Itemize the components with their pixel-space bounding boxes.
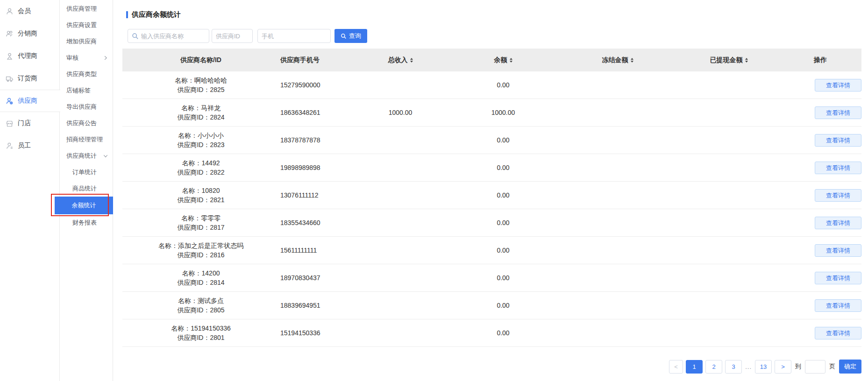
- column-header-7: 操作: [779, 56, 861, 64]
- next-page-button[interactable]: >: [775, 360, 791, 374]
- page-button-2[interactable]: 2: [705, 360, 722, 374]
- id-prefix: 供应商ID：: [177, 141, 210, 148]
- menu-item-label: 店铺标签: [66, 87, 91, 94]
- supplier-id-input[interactable]: [212, 33, 252, 40]
- sidebar-item-label: 供应商: [18, 97, 37, 105]
- menu-item-9[interactable]: 供应商统计: [60, 148, 113, 164]
- previous-page-button[interactable]: <: [669, 360, 683, 374]
- view-detail-button[interactable]: 查看详情: [815, 134, 861, 147]
- menu-item-3[interactable]: 审核: [60, 49, 113, 66]
- supplier-name-id-cell: 名称：14492供应商ID：2822: [122, 158, 279, 177]
- supplier-name-id-cell: 名称：啊哈哈哈哈供应商ID：2825: [122, 76, 279, 94]
- column-header-3[interactable]: 总收入: [351, 56, 449, 64]
- table-row: 名称：测试多点供应商ID：2805188396949510.00查看详情: [122, 292, 861, 319]
- supplier-name-line: 名称：14200: [122, 268, 279, 278]
- name-prefix: 名称：: [158, 242, 178, 249]
- column-header-label: 余额: [494, 56, 507, 64]
- supplier-name-id-cell: 名称：14200供应商ID：2814: [122, 268, 279, 287]
- sidebar-item-staff[interactable]: 员工: [0, 134, 59, 157]
- supplier-name: 14200: [202, 269, 220, 277]
- sidebar-item-member[interactable]: 会员: [0, 0, 59, 22]
- menu-item-0[interactable]: 供应商管理: [60, 0, 113, 17]
- supplier-id: 2805: [210, 306, 224, 314]
- menu-item-6[interactable]: 导出供应商: [60, 99, 113, 115]
- sidebar-item-supplier[interactable]: 供应商: [0, 90, 60, 112]
- name-prefix: 名称：: [175, 77, 194, 84]
- sort-icon[interactable]: [510, 58, 512, 63]
- menu-item-4[interactable]: 供应商类型: [60, 66, 113, 82]
- supplier-name-input[interactable]: [139, 33, 209, 40]
- supplier-id-line: 供应商ID：2824: [122, 113, 279, 122]
- sidebar-item-label: 代理商: [18, 52, 37, 60]
- menu-item-8[interactable]: 招商经理管理: [60, 131, 113, 148]
- action-cell: 查看详情: [779, 134, 861, 147]
- menu-item-10[interactable]: 订单统计: [60, 164, 113, 180]
- menu-item-11[interactable]: 商品统计: [60, 180, 113, 197]
- supplier-id-line: 供应商ID：2823: [122, 140, 279, 149]
- sort-icon[interactable]: [745, 58, 748, 63]
- view-detail-button[interactable]: 查看详情: [815, 106, 861, 119]
- table-row: 名称：啊哈哈哈哈供应商ID：2825152795900000.00查看详情: [122, 71, 861, 99]
- supplier-id-line: 供应商ID：2816: [122, 250, 279, 260]
- column-header-5[interactable]: 冻结金额: [557, 56, 678, 64]
- column-header-1: 供应商名称/ID: [122, 56, 279, 64]
- page-button-last[interactable]: 13: [755, 360, 772, 374]
- query-button-label: 查询: [349, 32, 361, 40]
- sidebar-item-distributor[interactable]: 分销商: [0, 22, 59, 45]
- view-detail-button[interactable]: 查看详情: [815, 79, 861, 92]
- page-button-1[interactable]: 1: [686, 360, 703, 374]
- supplier-name: 小小小小: [198, 132, 224, 139]
- name-prefix: 名称：: [182, 269, 202, 277]
- sidebar-item-agent[interactable]: 代理商: [0, 45, 59, 67]
- menu-item-12[interactable]: 余额统计: [55, 197, 113, 214]
- column-header-label: 供应商手机号: [280, 56, 320, 64]
- confirm-page-button[interactable]: 确定: [839, 360, 861, 374]
- sidebar-item-store[interactable]: 门店: [0, 112, 59, 134]
- supplier-phone-cell: 18355434660: [279, 219, 351, 226]
- column-header-4[interactable]: 余额: [449, 56, 557, 64]
- page-button-3[interactable]: 3: [725, 360, 742, 374]
- column-header-6[interactable]: 已提现金额: [678, 56, 779, 64]
- pager-buttons: <123...13>: [669, 360, 791, 374]
- balance-cell: 0.00: [449, 274, 557, 282]
- menu-item-2[interactable]: 增加供应商: [60, 33, 113, 49]
- view-detail-button[interactable]: 查看详情: [815, 162, 861, 174]
- supplier-name: 测试多点: [198, 297, 224, 304]
- supplier-icon: [6, 97, 14, 105]
- sidebar-item-label: 会员: [18, 7, 31, 15]
- view-detail-button[interactable]: 查看详情: [815, 244, 861, 257]
- id-prefix: 供应商ID：: [177, 86, 210, 93]
- page-jump-input[interactable]: [805, 360, 825, 374]
- supplier-name-id-cell: 名称：小小小小供应商ID：2823: [122, 131, 279, 149]
- menu-item-label: 商品统计: [72, 185, 97, 192]
- supplier-id: 2816: [210, 251, 224, 259]
- supplier-name-id-cell: 名称：添加之后是正常状态吗供应商ID：2816: [122, 241, 279, 260]
- view-detail-button[interactable]: 查看详情: [815, 299, 861, 312]
- menu-item-13[interactable]: 财务报表: [60, 214, 113, 231]
- menu-item-7[interactable]: 供应商公告: [60, 115, 113, 131]
- action-cell: 查看详情: [779, 244, 861, 257]
- supplier-name-id-cell: 名称：15194150336供应商ID：2801: [122, 324, 279, 342]
- supplier-name-line: 名称：14492: [122, 158, 279, 168]
- sort-icon[interactable]: [410, 58, 413, 63]
- supplier-name-line: 名称：啊哈哈哈哈: [122, 76, 279, 85]
- menu-item-5[interactable]: 店铺标签: [60, 82, 113, 99]
- view-detail-button[interactable]: 查看详情: [815, 327, 861, 339]
- view-detail-button[interactable]: 查看详情: [815, 272, 861, 284]
- sidebar-item-orderer[interactable]: 订货商: [0, 67, 59, 90]
- table-row: 名称：零零零供应商ID：2817183554346600.00查看详情: [122, 209, 861, 237]
- view-detail-button[interactable]: 查看详情: [815, 217, 861, 229]
- supplier-name-id-cell: 名称：测试多点供应商ID：2805: [122, 296, 279, 315]
- name-prefix: 名称：: [171, 325, 191, 332]
- secondary-sidebar: 供应商管理供应商设置增加供应商审核供应商类型店铺标签导出供应商供应商公告招商经理…: [60, 0, 113, 381]
- query-button[interactable]: 查询: [334, 29, 367, 43]
- supplier-name-id-cell: 名称：马祥龙供应商ID：2824: [122, 103, 279, 122]
- menu-item-1[interactable]: 供应商设置: [60, 17, 113, 33]
- balance-cell: 0.00: [449, 164, 557, 171]
- app-root: 会员分销商代理商订货商供应商门店员工 供应商管理供应商设置增加供应商审核供应商类…: [0, 0, 868, 381]
- sort-icon[interactable]: [631, 58, 633, 63]
- supplier-name: 14492: [202, 159, 220, 167]
- phone-input[interactable]: [258, 33, 330, 40]
- view-detail-button[interactable]: 查看详情: [815, 189, 861, 202]
- balance-cell: 0.00: [449, 136, 557, 144]
